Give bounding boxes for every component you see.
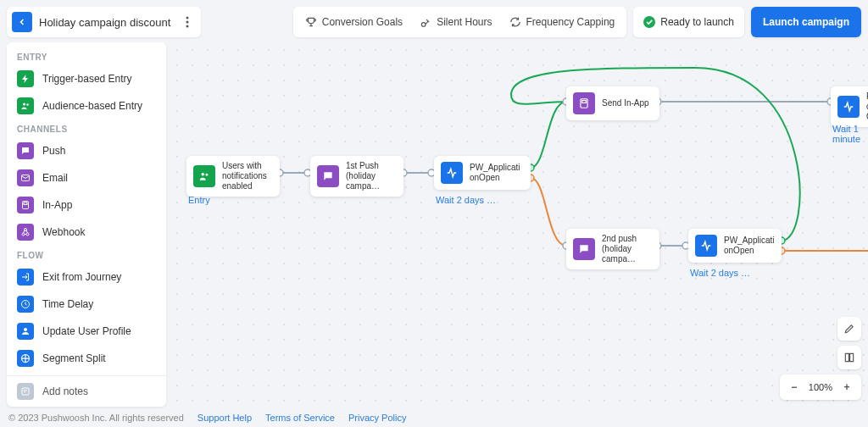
launch-campaign-button[interactable]: Launch campaign [751,7,861,37]
svg-rect-8 [24,202,27,205]
exit-icon [17,269,34,286]
wait1-caption[interactable]: Wait 2 days … [436,195,496,205]
svg-point-1 [186,21,189,24]
trigger-icon [441,162,463,184]
sidebar-item-push[interactable]: Push [7,137,166,164]
section-channels-title: CHANNELS [7,119,166,137]
svg-point-2 [186,25,189,28]
svg-point-35 [202,173,205,176]
people-icon [193,165,215,187]
sidebar-item-email[interactable]: Email [7,164,166,191]
split-icon [17,350,34,367]
edit-mode-button[interactable] [837,317,861,341]
sidebar-item-inapp[interactable]: In-App [7,191,166,219]
zoom-value: 100% [804,382,837,392]
ready-to-launch-indicator: Ready to launch [633,7,744,37]
settings-pillbar: Conversion Goals Silent Hours Frequency … [293,7,627,37]
footer-support-link[interactable]: Support Help [198,413,252,423]
svg-rect-38 [582,101,587,103]
section-flow-title: FLOW [7,246,166,263]
svg-point-13 [24,328,27,331]
svg-point-5 [26,103,29,106]
footer-terms-link[interactable]: Terms of Service [265,413,335,423]
svg-point-10 [26,233,29,236]
campaign-title: Holiday campaign discount [39,16,170,29]
kebab-icon [186,16,189,28]
node-wait2[interactable]: PW_ApplicationOpen [688,229,782,263]
footer-copyright: © 2023 Pushwoosh Inc. All rights reserve… [8,413,184,423]
node-push2[interactable]: 2nd push (holiday campa… [566,229,659,269]
push-icon [573,238,595,260]
svg-point-3 [421,23,426,27]
sidebar-item-audience-entry[interactable]: Audience-based Entry [7,92,166,119]
trigger-icon [695,235,717,257]
zoom-in-button[interactable]: + [837,378,856,396]
svg-point-9 [22,233,25,236]
frequency-capping-button[interactable]: Frequency Capping [503,10,622,34]
trigger-icon [837,96,860,118]
back-button[interactable] [12,12,32,32]
svg-point-36 [205,174,208,176]
refresh-icon [509,16,521,28]
email-icon [17,169,34,186]
connectors [170,42,868,407]
node-wait1[interactable]: PW_ApplicationOpen [434,156,531,190]
sidebar-item-trigger-entry[interactable]: Trigger-based Entry [7,65,166,92]
inapp-icon [573,92,595,114]
add-notes-button[interactable]: Add notes [7,375,166,407]
sidebar-item-webhook[interactable]: Webhook [7,219,166,246]
push-icon [317,165,339,187]
more-menu-button[interactable] [177,12,198,32]
svg-point-4 [23,103,25,106]
pencil-icon [843,323,855,335]
zoom-control: − 100% + [780,374,861,400]
tool-sidebar: ENTRY Trigger-based Entry Audience-based… [7,42,166,407]
bolt-icon [17,70,34,87]
node-wait-top[interactable]: PW_ScreenOpen [831,86,868,127]
journey-canvas[interactable]: Users with notifications enabled Entry 1… [170,42,868,407]
footer: © 2023 Pushwoosh Inc. All rights reserve… [0,408,868,427]
trophy-icon [305,16,317,28]
people-icon [17,97,34,114]
note-icon [17,383,34,400]
zoom-out-button[interactable]: − [785,378,804,396]
wait-top-caption[interactable]: Wait 1 minute [832,124,868,144]
clock-icon [17,296,34,313]
footer-privacy-link[interactable]: Privacy Policy [348,413,406,423]
check-circle-icon [643,16,655,28]
conversion-goals-button[interactable]: Conversion Goals [298,10,409,34]
wait2-caption[interactable]: Wait 2 days … [690,268,750,278]
section-entry-title: ENTRY [7,47,166,65]
title-card: Holiday campaign discount [7,7,201,37]
node-inapp[interactable]: Send In-App [566,86,659,120]
book-icon [843,352,855,363]
node-push1[interactable]: 1st Push (holiday campa… [310,156,403,197]
inapp-icon [17,197,34,214]
docs-button[interactable] [837,346,861,369]
silent-icon [420,16,431,28]
silent-hours-button[interactable]: Silent Hours [413,10,498,34]
user-icon [17,323,34,340]
arrow-left-icon [17,17,27,27]
webhook-icon [17,224,34,241]
sidebar-item-update-profile[interactable]: Update User Profile [7,318,166,345]
push-icon [17,142,34,159]
sidebar-item-exit[interactable]: Exit from Journey [7,263,166,291]
node-entry[interactable]: Users with notifications enabled [186,156,280,197]
sidebar-item-delay[interactable]: Time Delay [7,291,166,318]
sidebar-item-segment-split[interactable]: Segment Split [7,345,166,372]
svg-point-0 [186,17,189,19]
entry-caption[interactable]: Entry [188,195,210,205]
